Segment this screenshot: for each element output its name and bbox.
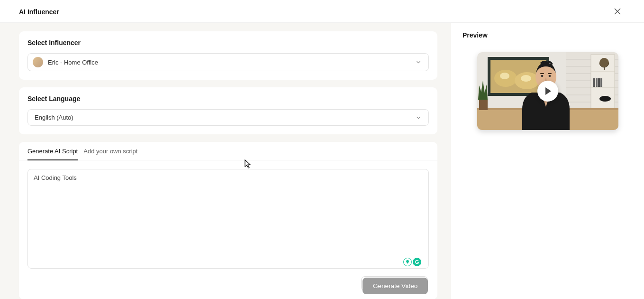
bulb-icon[interactable] <box>403 258 412 266</box>
preview-panel: Preview <box>451 23 644 299</box>
play-icon <box>545 87 551 95</box>
svg-rect-35 <box>548 73 552 74</box>
influencer-section-title: Select Influencer <box>27 39 429 47</box>
generate-video-button[interactable]: Generate Video <box>363 278 428 294</box>
svg-point-20 <box>599 96 611 102</box>
svg-point-28 <box>521 75 531 82</box>
influencer-card: Select Influencer Eric - Home Office <box>19 31 437 80</box>
influencer-select-left: Eric - Home Office <box>33 57 98 67</box>
svg-rect-19 <box>600 78 602 87</box>
chevron-down-icon <box>415 59 422 65</box>
header: AI Influencer <box>0 0 644 23</box>
preview-title: Preview <box>463 31 633 39</box>
tab-add-own-script[interactable]: Add your own script <box>83 142 137 160</box>
svg-rect-17 <box>596 78 598 87</box>
grammarly-badges: G <box>402 257 422 267</box>
svg-rect-34 <box>540 73 544 74</box>
page-title: AI Influencer <box>19 8 59 16</box>
svg-point-32 <box>541 75 543 77</box>
close-button[interactable] <box>612 6 623 18</box>
language-select[interactable]: English (Auto) <box>27 109 429 126</box>
play-button[interactable] <box>537 81 558 102</box>
svg-rect-29 <box>479 100 488 110</box>
grammarly-icon[interactable]: G <box>413 258 421 266</box>
influencer-avatar <box>33 57 43 67</box>
svg-point-33 <box>548 75 551 77</box>
svg-rect-16 <box>593 78 595 87</box>
language-selected-label: English (Auto) <box>35 114 73 121</box>
script-tabs: Generate AI Script Add your own script <box>19 142 437 160</box>
tab-generate-ai-script[interactable]: Generate AI Script <box>27 142 78 160</box>
language-section-title: Select Language <box>27 95 429 103</box>
script-card: Generate AI Script Add your own script G… <box>19 142 437 299</box>
close-icon <box>614 8 621 15</box>
main-container: Select Influencer Eric - Home Office Sel… <box>0 23 644 299</box>
influencer-selected-label: Eric - Home Office <box>48 59 98 66</box>
influencer-select[interactable]: Eric - Home Office <box>27 53 429 71</box>
left-panel: Select Influencer Eric - Home Office Sel… <box>0 23 451 299</box>
svg-rect-18 <box>598 78 600 87</box>
preview-video[interactable] <box>477 52 618 130</box>
chevron-down-icon <box>415 114 422 121</box>
script-textarea[interactable] <box>27 169 429 269</box>
language-card: Select Language English (Auto) <box>19 87 437 134</box>
svg-point-27 <box>500 73 509 79</box>
